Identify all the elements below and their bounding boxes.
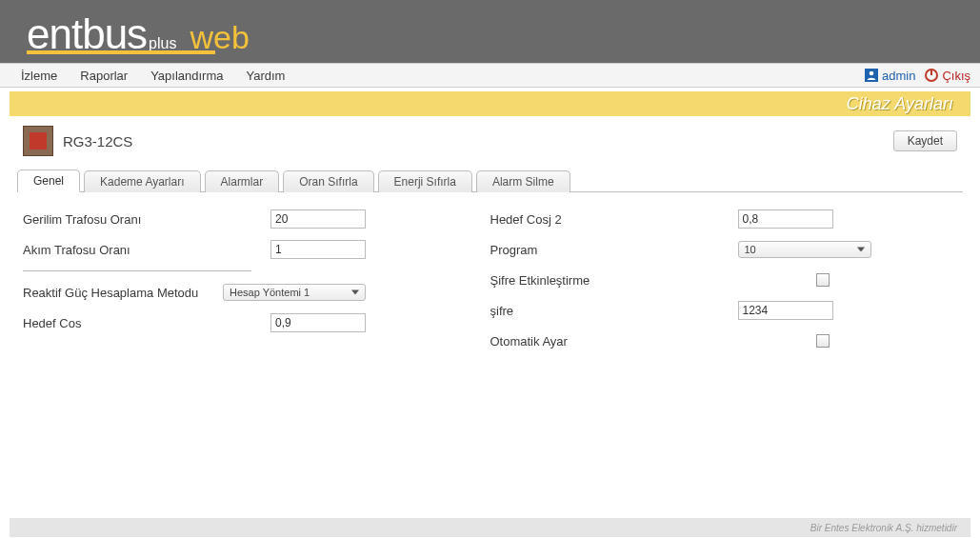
row-akim-trafosu: Akım Trafosu Oranı — [23, 234, 490, 265]
tab-kademe-ayarlari[interactable]: Kademe Ayarları — [84, 170, 201, 192]
row-sifre-etkin: Şifre Etkinleştirme — [490, 265, 958, 295]
input-akim-trafosu[interactable] — [270, 240, 366, 259]
logout-label: Çıkış — [942, 69, 970, 83]
form-right-column: Hedef Cosj 2 Program 10 Şifre Etkinleşti… — [490, 204, 958, 356]
tab-strip: Genel Kademe Ayarları Alarmlar Oran Sıfı… — [17, 168, 963, 192]
checkbox-otomatik-ayar[interactable] — [816, 334, 830, 348]
label-hedef-cosj2: Hedef Cosj 2 — [490, 212, 738, 227]
label-gerilim-trafosu: Gerilim Trafosu Oranı — [23, 212, 270, 227]
form-genel: Gerilim Trafosu Oranı Akım Trafosu Oranı… — [17, 192, 963, 356]
checkbox-sifre-etkin[interactable] — [816, 273, 830, 287]
menu-item-yapilandirma[interactable]: Yapılandırma — [150, 69, 223, 83]
tab-genel[interactable]: Genel — [17, 169, 80, 192]
chevron-down-icon — [351, 290, 359, 295]
menu-item-izleme[interactable]: İzleme — [21, 69, 57, 83]
footer-bar: Bir Entes Elektronik A.Ş. hizmetidir — [10, 518, 970, 537]
svg-point-1 — [870, 71, 874, 76]
device-icon — [23, 126, 53, 156]
tab-alarm-silme[interactable]: Alarm Silme — [476, 170, 570, 192]
select-program[interactable]: 10 — [738, 241, 871, 258]
logo-brand2: web — [190, 21, 249, 53]
device-header-row: RG3-12CS Kaydet — [10, 116, 970, 160]
user-icon — [865, 69, 878, 82]
row-program: Program 10 — [490, 234, 958, 265]
header-logo-bar: entbus plus web — [0, 0, 980, 63]
row-hedef-cosj2: Hedef Cosj 2 — [490, 204, 958, 234]
menu-item-raporlar[interactable]: Raporlar — [80, 69, 128, 83]
tab-alarmlar[interactable]: Alarmlar — [205, 170, 280, 192]
input-sifre[interactable] — [738, 301, 833, 320]
main-menu-bar: İzleme Raporlar Yapılandırma Yardım admi… — [0, 63, 980, 88]
label-program: Program — [490, 243, 738, 257]
save-button[interactable]: Kaydet — [893, 130, 957, 151]
logo: entbus plus web — [27, 13, 250, 55]
row-gerilim-trafosu: Gerilim Trafosu Oranı — [23, 204, 490, 234]
device-name: RG3-12CS — [63, 133, 132, 149]
menu-item-yardim[interactable]: Yardım — [247, 69, 286, 83]
label-reaktif-guc: Reaktif Güç Hesaplama Metodu — [23, 286, 223, 300]
select-program-value: 10 — [745, 244, 756, 255]
page-title-bar: Cihaz Ayarları — [10, 91, 970, 116]
input-hedef-cos[interactable] — [270, 313, 366, 332]
user-link[interactable]: admin — [865, 69, 915, 83]
row-sifre: şifre — [490, 295, 958, 326]
power-icon — [925, 69, 938, 82]
label-sifre-etkin: Şifre Etkinleştirme — [490, 273, 738, 288]
logo-brand1: entbus — [27, 13, 147, 55]
page-title: Cihaz Ayarları — [847, 94, 953, 114]
select-reaktif-guc[interactable]: Hesap Yöntemi 1 — [223, 284, 366, 301]
row-hedef-cos: Hedef Cos — [23, 308, 490, 338]
row-otomatik-ayar: Otomatik Ayar — [490, 326, 958, 356]
tab-enerji-sifirla[interactable]: Enerji Sıfırla — [378, 170, 472, 192]
logo-underline — [27, 50, 215, 54]
form-left-column: Gerilim Trafosu Oranı Akım Trafosu Oranı… — [23, 204, 490, 356]
input-hedef-cosj2[interactable] — [738, 209, 833, 229]
label-sifre: şifre — [490, 304, 738, 318]
footer-text: Bir Entes Elektronik A.Ş. hizmetidir — [810, 523, 957, 533]
left-separator — [23, 270, 251, 271]
input-gerilim-trafosu[interactable] — [270, 209, 366, 229]
select-reaktif-guc-value: Hesap Yöntemi 1 — [230, 287, 310, 298]
label-otomatik-ayar: Otomatik Ayar — [490, 334, 738, 349]
logout-link[interactable]: Çıkış — [925, 69, 970, 83]
row-reaktif-guc: Reaktif Güç Hesaplama Metodu Hesap Yönte… — [23, 277, 490, 308]
tab-oran-sifirla[interactable]: Oran Sıfırla — [283, 170, 373, 192]
label-akim-trafosu: Akım Trafosu Oranı — [23, 243, 270, 257]
user-name: admin — [882, 69, 915, 83]
label-hedef-cos: Hedef Cos — [23, 316, 270, 330]
chevron-down-icon — [857, 248, 865, 252]
